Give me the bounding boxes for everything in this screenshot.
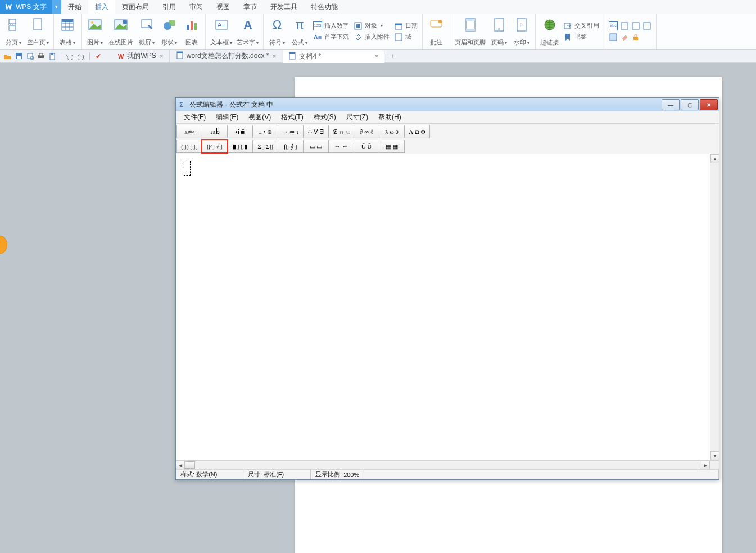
screenshot-button[interactable]: 截屏 bbox=[135, 15, 158, 48]
eq-menu-help[interactable]: 帮助(H) bbox=[374, 113, 406, 122]
menu-dev-tools[interactable]: 开发工具 bbox=[264, 0, 304, 14]
menu-insert[interactable]: 插入 bbox=[88, 0, 115, 14]
equation-editor-titlebar[interactable]: Σ 公式编辑器 - 公式在 文档 中 — ▢ ✕ bbox=[176, 98, 719, 111]
eq-tool-logic[interactable]: ∴ ∀ ∃ bbox=[303, 125, 329, 138]
eq-tool-matrix[interactable]: ▦ ▦ bbox=[379, 140, 405, 153]
menu-page-layout[interactable]: 页面布局 bbox=[115, 0, 156, 14]
misc-icon-5[interactable] bbox=[609, 33, 618, 42]
table-button[interactable]: 表格 bbox=[56, 15, 79, 48]
page-break-button[interactable]: 分页 bbox=[2, 15, 25, 48]
eq-tool-accents[interactable]: ▪ǐ ▪̂ bbox=[227, 125, 253, 138]
eq-menu-view[interactable]: 视图(V) bbox=[244, 113, 275, 122]
eq-menu-size[interactable]: 尺寸(Z) bbox=[342, 113, 373, 122]
shapes-button[interactable]: 形状 bbox=[158, 15, 180, 48]
app-menu-chevron[interactable]: ▾ bbox=[52, 0, 61, 14]
equation-canvas[interactable] bbox=[176, 154, 710, 460]
comment-button[interactable]: 批注 bbox=[425, 15, 447, 48]
new-tab-button[interactable]: ＋ bbox=[386, 51, 399, 61]
wordart-button[interactable]: A 艺术字 bbox=[234, 15, 261, 48]
vertical-scrollbar[interactable]: ▲ ▼ bbox=[710, 154, 719, 460]
close-icon[interactable]: × bbox=[272, 52, 276, 60]
tab-doc-fraction[interactable]: word文档怎么打分数.docx * × bbox=[171, 50, 283, 63]
object-button[interactable]: 对象▾ bbox=[354, 21, 390, 30]
eq-menu-edit[interactable]: 编辑(E) bbox=[211, 113, 243, 122]
scroll-thumb[interactable] bbox=[185, 461, 195, 469]
hyperlink-button[interactable]: 超链接 bbox=[538, 15, 561, 48]
redo-icon[interactable] bbox=[76, 51, 86, 61]
eq-tool-summation[interactable]: Σ▯ Σ▯ bbox=[252, 140, 278, 153]
eq-menu-file[interactable]: 文件(F) bbox=[179, 113, 210, 122]
eq-tool-labeled-arrows[interactable]: → ← bbox=[328, 140, 354, 153]
misc-icon-3[interactable] bbox=[631, 21, 640, 30]
header-footer-button[interactable]: 页眉和页脚 bbox=[452, 15, 488, 48]
menu-references[interactable]: 引用 bbox=[156, 0, 183, 14]
symbol-button[interactable]: Ω 符号 bbox=[266, 15, 288, 48]
menu-home[interactable]: 开始 bbox=[61, 0, 88, 14]
paste-icon[interactable] bbox=[47, 51, 57, 61]
online-picture-button[interactable]: 在线图片 bbox=[106, 15, 135, 48]
misc-icon-2[interactable] bbox=[620, 21, 629, 30]
close-button[interactable]: ✕ bbox=[700, 99, 718, 110]
eq-tool-sub-sup[interactable]: ▮▯ ▯▮ bbox=[227, 140, 253, 153]
bookmark-button[interactable]: 书签 bbox=[563, 33, 599, 42]
picture-button[interactable]: 图片 bbox=[84, 15, 106, 48]
page-number-button[interactable]: # 页码 bbox=[488, 15, 510, 48]
eq-tool-misc[interactable]: ∂ ∞ ℓ bbox=[354, 125, 379, 138]
print-icon[interactable] bbox=[36, 51, 46, 61]
open-icon[interactable] bbox=[2, 51, 12, 61]
eq-tool-greek-lower[interactable]: λ ω θ bbox=[379, 125, 405, 138]
eq-tool-integrals[interactable]: ∫▯ ∮▯ bbox=[278, 140, 304, 153]
undo-icon[interactable] bbox=[65, 51, 75, 61]
eq-tool-arrows[interactable]: → ⇔ ↓ bbox=[278, 125, 304, 138]
equation-button[interactable]: π 公式 bbox=[288, 15, 311, 48]
eq-tool-fences[interactable]: (▯) [▯] bbox=[176, 140, 202, 153]
eq-menu-format[interactable]: 格式(T) bbox=[277, 113, 307, 122]
eq-menu-style[interactable]: 样式(S) bbox=[309, 113, 341, 122]
eq-tool-bars[interactable]: ▭ ▭ bbox=[303, 140, 329, 153]
insert-number-button[interactable]: 123插入数字 bbox=[313, 21, 349, 30]
date-button[interactable]: 日期 bbox=[394, 21, 418, 30]
attachment-button[interactable]: 插入附件 bbox=[354, 33, 390, 42]
dropcap-button[interactable]: A≡首字下沉 bbox=[313, 33, 349, 42]
eq-tool-relational[interactable]: ≤≠≈ bbox=[176, 125, 202, 138]
eq-tool-fraction-radical[interactable]: ▯⁄▯ √▯ bbox=[202, 140, 228, 153]
scroll-right-icon[interactable]: ▶ bbox=[701, 461, 710, 469]
textbox-button[interactable]: A≡ 文本框 bbox=[208, 15, 234, 48]
chart-icon bbox=[184, 17, 200, 33]
scroll-up-icon[interactable]: ▲ bbox=[710, 154, 719, 163]
minimize-button[interactable]: — bbox=[662, 99, 680, 110]
eq-tool-embellish[interactable]: ↓aḃ bbox=[202, 125, 228, 138]
equation-input-slot[interactable] bbox=[184, 161, 191, 176]
menu-review[interactable]: 审阅 bbox=[183, 0, 210, 14]
blank-page-button[interactable]: 空白页 bbox=[25, 15, 51, 48]
eraser-icon[interactable] bbox=[620, 33, 629, 42]
app-badge[interactable]: WPS 文字 bbox=[0, 0, 52, 14]
menu-chapter[interactable]: 章节 bbox=[237, 0, 264, 14]
menu-special[interactable]: 特色功能 bbox=[304, 0, 345, 14]
maximize-button[interactable]: ▢ bbox=[681, 99, 699, 110]
horizontal-scrollbar[interactable]: ◀ ▶ bbox=[176, 460, 710, 469]
check-icon[interactable]: ✔ bbox=[93, 51, 103, 61]
lock-icon[interactable] bbox=[631, 33, 640, 42]
print-preview-icon[interactable] bbox=[25, 51, 35, 61]
save-icon[interactable] bbox=[13, 51, 24, 61]
eq-tool-over-under[interactable]: Ū Ū bbox=[354, 140, 379, 153]
eq-tool-greek-upper[interactable]: Λ Ω Θ bbox=[404, 125, 430, 138]
close-icon[interactable]: × bbox=[374, 52, 378, 60]
close-icon[interactable]: × bbox=[160, 52, 164, 60]
misc-icon-4[interactable] bbox=[642, 21, 651, 30]
scroll-down-icon[interactable]: ▼ bbox=[710, 451, 719, 460]
misc-icon-1[interactable]: abc bbox=[609, 21, 618, 30]
tab-my-wps[interactable]: W 我的WPS × bbox=[112, 50, 170, 63]
svg-rect-55 bbox=[289, 52, 295, 54]
equation-editor-app-icon: Σ bbox=[178, 100, 187, 109]
field-button[interactable]: 域 bbox=[394, 33, 418, 42]
crossref-button[interactable]: 交叉引用 bbox=[563, 21, 599, 30]
chart-button[interactable]: 图表 bbox=[180, 15, 203, 48]
watermark-button[interactable]: A 水印 bbox=[510, 15, 533, 48]
eq-tool-operators[interactable]: ± • ⊗ bbox=[252, 125, 278, 138]
eq-tool-set[interactable]: ∉ ∩ ⊂ bbox=[328, 125, 354, 138]
tab-doc4[interactable]: 文档4 * × bbox=[283, 50, 384, 63]
scroll-left-icon[interactable]: ◀ bbox=[176, 461, 185, 469]
menu-view[interactable]: 视图 bbox=[210, 0, 237, 14]
